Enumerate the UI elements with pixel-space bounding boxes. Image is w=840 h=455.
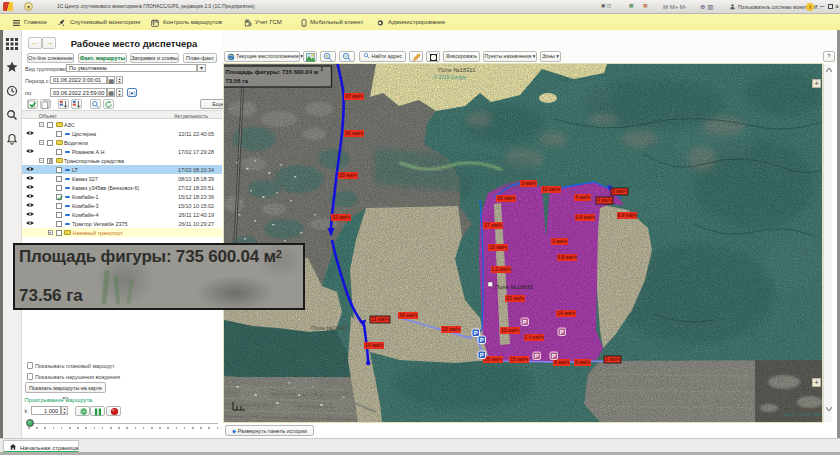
svg-text:3 км/ч: 3 км/ч <box>521 180 536 186</box>
svg-text:11 км/ч: 11 км/ч <box>371 316 389 322</box>
svg-text:12 км/ч: 12 км/ч <box>442 326 460 332</box>
svg-text:13 км/ч: 13 км/ч <box>506 295 524 301</box>
svg-text:P: P <box>480 337 484 343</box>
svg-text:Поле №18360: Поле №18360 <box>311 325 349 331</box>
svg-text:15 км/ч: 15 км/ч <box>510 356 528 362</box>
svg-text:Поле №18633: Поле №18633 <box>495 284 533 290</box>
svg-text:0 км/ч: 0 км/ч <box>575 359 590 365</box>
svg-text:0.8 км/ч: 0.8 км/ч <box>575 214 595 220</box>
svg-text:0 км/ч: 0 км/ч <box>554 359 569 365</box>
svg-text:P: P <box>535 353 539 359</box>
svg-text:4 км/ч: 4 км/ч <box>597 197 612 203</box>
svg-text:31 км/ч: 31 км/ч <box>345 130 363 136</box>
svg-text:12 км/ч: 12 км/ч <box>489 244 507 250</box>
svg-text:14 км/ч: 14 км/ч <box>557 310 575 316</box>
svg-text:33 км/ч: 33 км/ч <box>339 172 357 178</box>
svg-text:8 км/ч: 8 км/ч <box>612 188 627 194</box>
svg-text:10 км/ч: 10 км/ч <box>399 312 417 318</box>
svg-text:1 км/ч: 1 км/ч <box>605 356 620 362</box>
svg-text:P: P <box>474 330 478 336</box>
svg-text:73.56 га: 73.56 га <box>226 78 249 84</box>
svg-text:Площадь фигуры: 735 600.04 м: Площадь фигуры: 735 600.04 м <box>226 69 319 75</box>
svg-text:16 км/ч: 16 км/ч <box>497 195 515 201</box>
svg-text:16 км/ч: 16 км/ч <box>484 356 502 362</box>
svg-text:P: P <box>560 329 564 335</box>
svg-text:Поле №18311: Поле №18311 <box>438 67 475 73</box>
svg-text:1.4 км/ч: 1.4 км/ч <box>524 334 544 340</box>
svg-text:3 км/ч: 3 км/ч <box>552 238 567 244</box>
svg-text:1.2 км/ч: 1.2 км/ч <box>491 266 511 272</box>
svg-text:14 км/ч: 14 км/ч <box>365 342 383 348</box>
svg-text:P: P <box>523 319 527 325</box>
svg-text:11 км/ч: 11 км/ч <box>542 186 560 192</box>
svg-text:P: P <box>480 352 484 358</box>
svg-text:27 км/ч: 27 км/ч <box>345 93 363 99</box>
svg-text:P: P <box>552 353 556 359</box>
svg-text:13 км/ч: 13 км/ч <box>501 327 519 333</box>
svg-text:0.8 км/ч: 0.8 км/ч <box>557 254 577 260</box>
svg-text:13 км/ч: 13 км/ч <box>332 214 350 220</box>
svg-text:17 км/ч: 17 км/ч <box>484 222 502 228</box>
svg-text:изобр. © 2022 CNES: изобр. © 2022 CNES <box>784 412 822 417</box>
svg-text:© 2019 Google: © 2019 Google <box>434 74 467 80</box>
svg-text:4 км/ч: 4 км/ч <box>575 194 590 200</box>
svg-text:6.9 км/ч: 6.9 км/ч <box>617 212 637 218</box>
